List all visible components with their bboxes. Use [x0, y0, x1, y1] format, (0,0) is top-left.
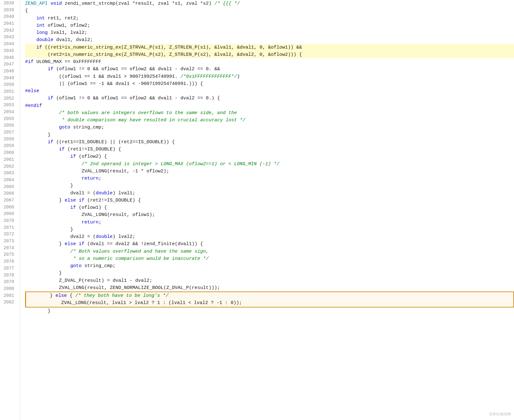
- ln-2042: 2042: [3, 27, 16, 34]
- line-numbers: 2038 2039 2040 2041 2042 2043 2044 2045 …: [0, 0, 20, 420]
- code-line-2072: dval2 = (double) lval2;: [25, 233, 514, 240]
- code-line-2053: if (oflow1 != 0 && oflow1 == oflow2 && d…: [25, 95, 514, 102]
- ln-2039: 2039: [3, 7, 16, 14]
- code-line-2071: }: [25, 226, 514, 233]
- code-container: 2038 2039 2040 2041 2042 2043 2044 2045 …: [0, 0, 514, 420]
- ln-2061: 2061: [3, 156, 16, 163]
- code-line-2058: }: [25, 131, 514, 139]
- code-content[interactable]: ZEND_API void zendi_smart_strcmp(zval *r…: [20, 0, 514, 420]
- code-line-2054: #endif: [25, 102, 514, 109]
- ln-2040: 2040: [3, 13, 16, 20]
- code-line-2057: goto string_cmp;: [25, 124, 514, 131]
- code-line-2067: } else if (ret2!=IS_DOUBLE) {: [25, 197, 514, 204]
- code-line-2077: }: [25, 270, 514, 277]
- ln-2078: 2078: [3, 272, 16, 279]
- code-line-2068: if (oflow1) {: [25, 204, 514, 211]
- ln-2077: 2077: [3, 265, 16, 272]
- ln-2057: 2057: [3, 129, 16, 136]
- ln-2043: 2043: [3, 34, 16, 41]
- code-line-2061: if (oflow2) {: [25, 153, 514, 160]
- code-line-2069: ZVAL_LONG(result, oflow1);: [25, 211, 514, 218]
- ln-2080: 2080: [3, 286, 16, 292]
- ln-2060: 2060: [3, 150, 16, 156]
- ln-2069: 2069: [3, 211, 16, 218]
- ln-2053: 2053: [3, 102, 16, 109]
- code-line-2073: } else if (dval1 == dval2 && !zend_finit…: [25, 240, 514, 248]
- code-line-2039: ZEND_API void zendi_smart_strcmp(zval *r…: [25, 0, 514, 7]
- code-line-2079: ZVAL_LONG(result, ZEND_NORMALIZE_BOOL(Z_…: [25, 284, 514, 291]
- code-line-2046: if ((ret1=is_numeric_string_ex(Z_STRVAL_…: [25, 44, 514, 51]
- ln-2052: 2052: [3, 95, 16, 102]
- code-line-2076: goto string_cmp;: [25, 262, 514, 270]
- ln-2062: 2062: [3, 163, 16, 170]
- ln-2045: 2045: [3, 48, 16, 55]
- ln-2046: 2046: [3, 55, 16, 61]
- code-line-2060: if (ret1!=IS_DOUBLE) {: [25, 146, 514, 153]
- ln-2072: 2072: [3, 231, 16, 238]
- ln-2064: 2064: [3, 177, 16, 184]
- code-line-2044: double dval1, dval2;: [25, 36, 514, 44]
- ln-2048: 2048: [3, 68, 16, 75]
- code-line-2041: int ret1, ret2;: [25, 15, 514, 22]
- code-line-2047: (ret2=is_numeric_string_ex(Z_STRVAL_P(s2…: [25, 51, 514, 58]
- code-line-2065: }: [25, 182, 514, 189]
- ln-2063: 2063: [3, 170, 16, 177]
- ln-2059: 2059: [3, 143, 16, 150]
- code-line-2078: Z_DVAL_P(result) = dval1 - dval2;: [25, 277, 514, 284]
- code-line-2066: dval1 = (double) lval1;: [25, 190, 514, 197]
- ln-2079: 2079: [3, 279, 16, 286]
- code-line-2075: * so a numeric comparison would be inacc…: [25, 255, 514, 262]
- ln-2056: 2056: [3, 122, 16, 129]
- code-line-2050: ((oflow1 == 1 && dval1 > 900719925474099…: [25, 73, 514, 80]
- code-line-2074: /* Both values overflowed and have the s…: [25, 248, 514, 255]
- code-line-2080: } else { /* they both have to be long's …: [25, 291, 514, 299]
- ln-2082: 2082: [3, 299, 16, 306]
- ln-2070: 2070: [3, 218, 16, 224]
- ln-2051: 2051: [3, 88, 16, 95]
- code-line-2055: /* both values are integers overflown to…: [25, 109, 514, 117]
- ln-2050: 2050: [3, 81, 16, 88]
- ln-2049: 2049: [3, 75, 16, 82]
- ln-2075: 2075: [3, 251, 16, 258]
- ln-2068: 2068: [3, 204, 16, 211]
- watermark: 世界织|教室网: [489, 412, 511, 417]
- ln-2066: 2066: [3, 190, 16, 197]
- ln-2038: 2038: [3, 0, 16, 7]
- code-line-2049: if (oflow1 != 0 && oflow1 == oflow2 && d…: [25, 66, 514, 73]
- ln-2058: 2058: [3, 136, 16, 143]
- code-line-2063: ZVAL_LONG(result, -1 * oflow2);: [25, 168, 514, 175]
- ln-2073: 2073: [3, 238, 16, 245]
- ln-2055: 2055: [3, 116, 16, 123]
- ln-2054: 2054: [3, 109, 16, 116]
- code-line-2051: || (oflow1 == -1 && dval1 < -90071992547…: [25, 80, 514, 87]
- code-line-2056: * double comparison may have resulted in…: [25, 117, 514, 124]
- code-line-2059: if ((ret1==IS_DOUBLE) || (ret2==IS_DOUBL…: [25, 139, 514, 146]
- code-line-2082: }: [25, 307, 514, 315]
- ln-2065: 2065: [3, 184, 16, 191]
- code-line-2064: return;: [25, 175, 514, 182]
- code-line-2062: /* 2nd operand is integer > LONG_MAX (of…: [25, 160, 514, 168]
- ln-2047: 2047: [3, 61, 16, 68]
- ln-2067: 2067: [3, 197, 16, 204]
- code-line-2043: long lval1, lval2;: [25, 29, 514, 36]
- ln-2076: 2076: [3, 258, 16, 265]
- ln-2071: 2071: [3, 224, 16, 231]
- ln-2044: 2044: [3, 41, 16, 48]
- ln-2041: 2041: [3, 20, 16, 27]
- ln-2081: 2081: [3, 292, 16, 299]
- code-line-2048: #if ULONG_MAX == 0xFFFFFFFF: [25, 58, 514, 66]
- code-line-2052: #else: [25, 87, 514, 95]
- code-line-2042: int oflow1, oflow2;: [25, 22, 514, 29]
- code-line-2081: ZVAL_LONG(result, lval1 > lval2 ? 1 : (l…: [25, 299, 514, 307]
- ln-2074: 2074: [3, 245, 16, 252]
- code-line-2070: return;: [25, 219, 514, 226]
- code-line-2040: {: [25, 7, 514, 14]
